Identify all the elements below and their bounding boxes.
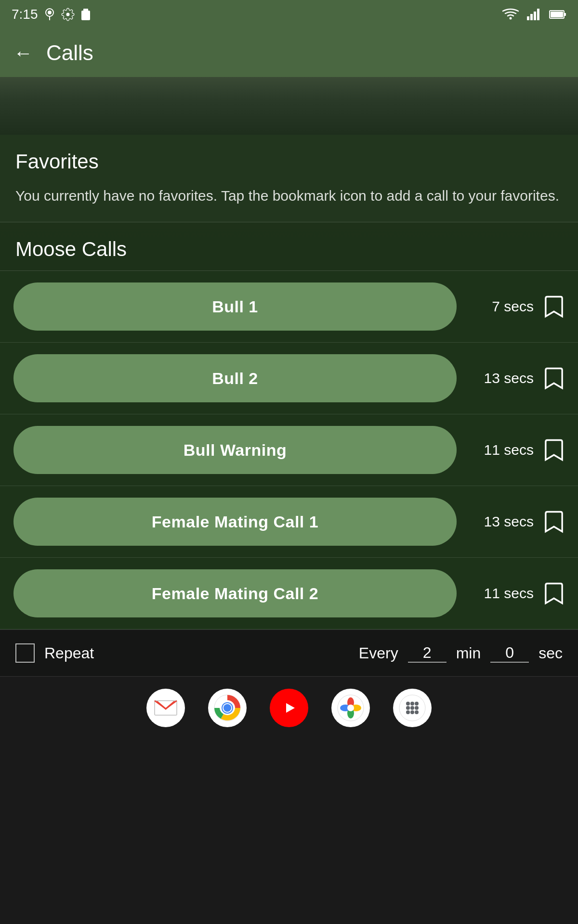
- svg-point-0: [48, 11, 52, 14]
- favorites-section: Favorites You currently have no favorite…: [0, 135, 578, 222]
- repeat-min-input[interactable]: [408, 644, 447, 663]
- svg-point-28: [410, 702, 414, 706]
- call-button-1[interactable]: Bull 1: [13, 282, 457, 331]
- call-row-4: Female Mating Call 1 13 secs: [0, 486, 578, 558]
- hero-area: [0, 77, 578, 135]
- main-content: Favorites You currently have no favorite…: [0, 135, 578, 676]
- svg-point-17: [223, 704, 231, 712]
- signal-icon: [527, 8, 541, 21]
- wifi-icon: [502, 8, 519, 21]
- bookmark-icon-2[interactable]: [543, 367, 565, 390]
- call-row-2: Bull 2 13 secs: [0, 343, 578, 414]
- repeat-bar: Repeat Every min sec: [0, 629, 578, 676]
- repeat-label: Repeat: [44, 644, 94, 662]
- favorites-empty-message: You currently have no favorites. Tap the…: [15, 185, 563, 206]
- settings-icon: [61, 8, 75, 21]
- svg-rect-9: [537, 9, 539, 20]
- svg-point-34: [410, 710, 414, 714]
- bookmark-icon-4[interactable]: [543, 510, 565, 533]
- call-button-4[interactable]: Female Mating Call 1: [13, 498, 457, 546]
- call-duration-2: 13 secs: [466, 370, 534, 386]
- repeat-sec-unit: sec: [539, 644, 563, 662]
- chrome-app-icon[interactable]: [208, 689, 247, 727]
- svg-point-35: [415, 710, 419, 714]
- call-button-5[interactable]: Female Mating Call 2: [13, 569, 457, 617]
- svg-rect-11: [551, 12, 563, 17]
- svg-point-29: [415, 702, 419, 706]
- call-row-1: Bull 1 7 secs: [0, 271, 578, 343]
- svg-rect-8: [534, 12, 536, 20]
- call-button-3[interactable]: Bull Warning: [13, 426, 457, 474]
- repeat-min-unit: min: [456, 644, 481, 662]
- status-bar-right: [502, 8, 566, 21]
- moose-calls-section: Moose Calls Bull 1 7 secs Bull 2 13 secs…: [0, 222, 578, 629]
- back-button[interactable]: ←: [13, 42, 33, 64]
- status-bar-left: 7:15: [12, 7, 91, 22]
- moose-calls-header: Moose Calls: [0, 222, 578, 271]
- svg-rect-4: [83, 9, 88, 13]
- status-bar: 7:15: [0, 0, 578, 29]
- svg-point-27: [406, 702, 410, 706]
- call-duration-3: 11 secs: [466, 442, 534, 458]
- favorites-title: Favorites: [15, 150, 563, 173]
- youtube-app-icon[interactable]: [270, 689, 308, 727]
- apps-grid-icon[interactable]: [393, 689, 432, 727]
- svg-point-2: [66, 13, 69, 16]
- bookmark-icon-5[interactable]: [543, 582, 565, 605]
- svg-point-30: [406, 706, 410, 710]
- svg-rect-6: [527, 16, 529, 20]
- call-duration-1: 7 secs: [466, 298, 534, 315]
- svg-rect-7: [530, 14, 533, 20]
- call-row-3: Bull Warning 11 secs: [0, 414, 578, 486]
- svg-point-33: [406, 710, 410, 714]
- photos-app-icon[interactable]: [331, 689, 370, 727]
- status-time: 7:15: [12, 7, 38, 22]
- app-title: Calls: [46, 41, 93, 65]
- moose-calls-title: Moose Calls: [15, 238, 563, 261]
- repeat-every-label: Every: [359, 644, 398, 662]
- battery-icon: [549, 9, 566, 20]
- call-duration-5: 11 secs: [466, 585, 534, 602]
- call-duration-4: 13 secs: [466, 513, 534, 530]
- call-button-2[interactable]: Bull 2: [13, 354, 457, 402]
- bottom-nav: [0, 676, 578, 739]
- app-bar: ← Calls: [0, 29, 578, 77]
- svg-rect-12: [564, 13, 566, 16]
- location-icon: [44, 8, 55, 21]
- svg-point-25: [347, 705, 354, 711]
- svg-point-32: [415, 706, 419, 710]
- svg-point-31: [410, 706, 414, 710]
- call-list: Bull 1 7 secs Bull 2 13 secs Bull Warnin…: [0, 271, 578, 629]
- bookmark-icon-1[interactable]: [543, 295, 565, 318]
- sd-card-icon: [80, 8, 91, 21]
- call-row-5: Female Mating Call 2 11 secs: [0, 558, 578, 629]
- bookmark-icon-3[interactable]: [543, 438, 565, 462]
- repeat-sec-input[interactable]: [490, 644, 529, 663]
- svg-point-5: [510, 17, 512, 20]
- repeat-checkbox[interactable]: [15, 643, 35, 663]
- gmail-app-icon[interactable]: [146, 689, 185, 727]
